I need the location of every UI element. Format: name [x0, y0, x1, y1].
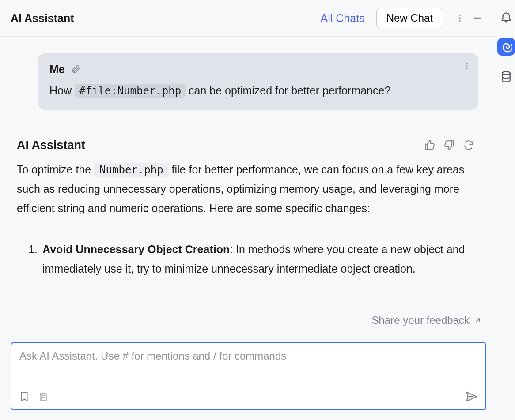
svg-point-6 — [466, 68, 468, 69]
external-arrow-icon — [474, 316, 482, 324]
refresh-icon — [463, 139, 474, 151]
database-tab[interactable] — [497, 68, 515, 86]
inline-code: Number.php — [94, 163, 169, 177]
send-button[interactable] — [465, 390, 478, 405]
vertical-dots-icon — [455, 13, 465, 23]
svg-point-7 — [502, 71, 510, 75]
share-feedback-link[interactable]: Share your feedback — [372, 314, 482, 326]
spiral-icon — [500, 41, 512, 53]
svg-point-1 — [459, 17, 460, 19]
svg-point-4 — [466, 63, 468, 64]
input-area — [0, 331, 497, 420]
chat-content: Me How #file:Number.php can be optimized… — [0, 37, 497, 331]
send-icon — [465, 390, 478, 403]
right-sidebar — [497, 0, 515, 420]
header: AI Assistant All Chats New Chat — [0, 0, 497, 37]
more-options-button[interactable] — [451, 9, 469, 27]
paperclip-icon — [71, 64, 81, 74]
thumbs-down-icon — [443, 139, 455, 151]
svg-point-0 — [459, 15, 460, 16]
file-mention-chip[interactable]: #file:Number.php — [75, 84, 186, 98]
database-icon — [500, 70, 513, 83]
vertical-dots-icon — [462, 61, 471, 70]
user-message-text: How #file:Number.php can be optimized fo… — [49, 82, 467, 99]
sender-label: Me — [49, 63, 65, 76]
save-button[interactable] — [38, 391, 49, 404]
minimize-icon — [472, 13, 483, 23]
assistant-message: AI Assistant — [17, 136, 478, 279]
list-item: Avoid Unnecessary Object Creation: In me… — [41, 240, 478, 279]
thumbs-up-button[interactable] — [420, 136, 439, 154]
thumbs-up-icon — [424, 139, 435, 151]
save-icon — [38, 391, 49, 402]
message-menu-button[interactable] — [462, 61, 471, 72]
thumbs-down-button[interactable] — [439, 136, 459, 154]
all-chats-link[interactable]: All Chats — [321, 12, 365, 25]
attachment-button[interactable] — [71, 64, 81, 75]
minimize-button[interactable] — [469, 9, 486, 27]
regenerate-button[interactable] — [459, 136, 478, 154]
notifications-button[interactable] — [497, 8, 515, 26]
new-chat-button[interactable]: New Chat — [376, 8, 443, 28]
page-title: AI Assistant — [11, 12, 74, 25]
svg-point-2 — [459, 20, 460, 22]
assistant-message-text: To optimize the Number.php file for bett… — [17, 160, 478, 218]
assistant-label: AI Assistant — [17, 139, 85, 152]
assistant-points-list: Avoid Unnecessary Object Creation: In me… — [17, 240, 478, 279]
ai-assistant-tab[interactable] — [497, 38, 515, 56]
bookmark-button[interactable] — [19, 391, 30, 404]
bell-icon — [500, 10, 513, 23]
chat-input-box — [11, 342, 486, 410]
chat-input[interactable] — [19, 349, 478, 390]
svg-point-5 — [466, 65, 468, 67]
bookmark-icon — [19, 391, 30, 402]
user-message: Me How #file:Number.php can be optimized… — [38, 53, 478, 110]
